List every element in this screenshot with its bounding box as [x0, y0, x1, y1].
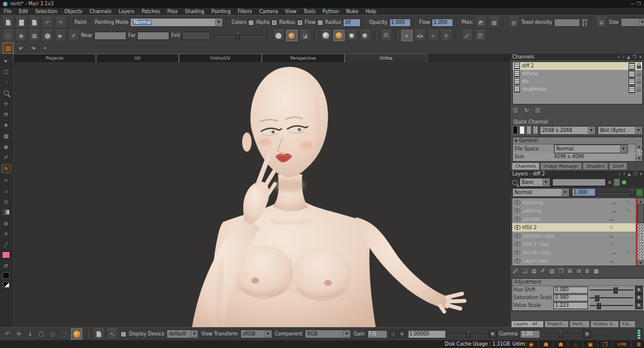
paint-brush-icon[interactable]: ✎ — [1, 164, 11, 173]
gain-slider[interactable] — [448, 331, 487, 337]
splitter-handle[interactable]: ······· — [510, 116, 644, 118]
vector-tool-icon[interactable]: ✐ — [2, 153, 11, 161]
lock-icon[interactable] — [637, 73, 641, 76]
mirror-x-icon[interactable]: ◂|▸ — [414, 30, 426, 41]
undo-icon[interactable]: ↶ — [42, 17, 53, 28]
menu-layers[interactable]: Layers — [119, 9, 134, 14]
layer-row[interactable]: yanxian ☁ — [512, 215, 644, 223]
layer-row[interactable]: Layer copy ☁ — [512, 257, 644, 265]
colors-checkbox[interactable] — [248, 20, 254, 26]
panel-resize-handle[interactable] — [637, 328, 641, 340]
gain-value-field[interactable]: 1.00000 — [408, 330, 446, 338]
eraser-tool-icon[interactable]: ▱ — [2, 187, 11, 195]
detach-icon[interactable]: ▲ — [627, 55, 630, 60]
paint-clone-icon[interactable]: ⚭ — [41, 44, 49, 52]
layer-row[interactable]: saihong ☁ ✎ — [512, 207, 644, 215]
gamma-value-field[interactable]: 1.00 — [520, 330, 540, 338]
shader-full-sphere-icon[interactable] — [360, 30, 371, 41]
menu-edit[interactable]: Edit — [18, 9, 28, 14]
visibility-icon[interactable] — [514, 258, 521, 263]
select-tool-icon[interactable] — [2, 57, 11, 64]
menu-selection[interactable]: Selection — [35, 9, 57, 14]
shader-current-sphere-icon[interactable] — [333, 30, 345, 41]
tab-project[interactable]: Project... — [544, 321, 569, 328]
viewport-canvas[interactable] — [13, 62, 510, 327]
pin-icon[interactable]: ⌖ — [618, 172, 621, 177]
merge-layers-icon[interactable]: ▥ — [549, 268, 555, 274]
add-adjustment-layer-icon[interactable]: 🖉 — [513, 268, 518, 274]
brush-icon[interactable]: ✎ — [626, 208, 630, 214]
patch-grid-icon[interactable]: ▦ — [2, 132, 11, 140]
far-field[interactable] — [137, 32, 169, 40]
transform-tool-icon[interactable]: ✛ — [2, 100, 11, 107]
menu-objects[interactable]: Objects — [64, 9, 82, 14]
lighting-flat-icon[interactable] — [273, 30, 284, 41]
status-mask-edit-icon[interactable]: ☗ — [543, 341, 548, 347]
layer-row-selected[interactable]: HSV 2 ✎ — [512, 223, 644, 232]
lighting-sphere-button[interactable] — [71, 328, 82, 340]
resolution-select[interactable]: 2048 x 2048▼ — [540, 126, 596, 135]
swap-colors-icon[interactable]: ⇄ — [2, 261, 11, 269]
layer-search-input[interactable] — [552, 178, 606, 186]
cache-layers-icon[interactable]: ▦ — [593, 268, 599, 274]
tab-projects[interactable]: Projects — [13, 54, 96, 63]
visibility-icon[interactable] — [514, 225, 521, 230]
brush-icon[interactable]: ✎ — [609, 225, 614, 230]
layers-sync-indicator[interactable] — [622, 180, 626, 184]
add-channel-icon[interactable]: ☰ — [513, 107, 518, 113]
menu-shading[interactable]: Shading — [185, 9, 205, 14]
view-transform-select[interactable]: sRGB▼ — [240, 329, 273, 338]
patch-size-icon[interactable]: ⊞ — [596, 17, 607, 28]
channel-row[interactable]: diffuse — [513, 70, 642, 78]
visibility-icon[interactable] — [514, 242, 521, 247]
paint-blend-icon[interactable]: ☚ — [29, 44, 38, 52]
fov-slider[interactable] — [212, 32, 264, 39]
move-view-icon[interactable]: ✛ — [14, 330, 23, 338]
add-paint-layer-icon[interactable]: ✐ — [541, 268, 546, 274]
shader-flat-sphere-icon[interactable] — [320, 30, 332, 41]
reset-button[interactable]: R — [635, 294, 643, 301]
background-color-swatch[interactable] — [2, 272, 10, 279]
duplicate-layer-icon[interactable]: ❐ — [559, 268, 564, 274]
swatch-black[interactable] — [513, 126, 518, 134]
group-layers-icon[interactable]: ⊞ — [568, 268, 572, 274]
value-scale-value[interactable]: 1.223 — [553, 302, 588, 309]
layer-row[interactable]: kouhong ☁ ✎ — [512, 198, 644, 207]
status-mask-preview-icon[interactable]: ☗ — [558, 341, 563, 347]
float-icon[interactable]: ❐ — [633, 172, 637, 177]
blend-amount-slider[interactable] — [598, 189, 634, 196]
slice-tools-icon[interactable]: ⚒ — [2, 110, 11, 118]
channels-panel-header[interactable]: Channels ⌖ ? ▲ ❐ ✕ — [510, 54, 644, 60]
status-layers-icon[interactable]: ❐ — [603, 341, 608, 347]
save-project-icon[interactable] — [29, 17, 40, 28]
size-select[interactable]: ▼ — [621, 18, 644, 27]
image-view-icon[interactable]: ◉ — [16, 30, 27, 41]
marquee-select-icon[interactable]: ◫ — [2, 67, 11, 75]
scale-view-icon[interactable]: ◇ — [48, 330, 57, 338]
blur-tool-icon[interactable]: ✳ — [2, 230, 11, 238]
status-symmetry-icon[interactable]: ◎ — [573, 341, 578, 347]
tab-shaders[interactable]: Shaders — [583, 162, 608, 170]
redo-icon[interactable]: ↷ — [55, 17, 66, 28]
tab-uv[interactable]: UV — [96, 54, 179, 63]
mask-icon[interactable]: ☁ — [609, 217, 614, 222]
rotate-view-icon[interactable]: ○ — [37, 330, 46, 338]
hue-shift-slider[interactable] — [590, 287, 633, 293]
add-layer-icon[interactable]: ▤ — [531, 268, 537, 274]
visibility-icon[interactable] — [514, 233, 521, 238]
ptex-subdivide-icon[interactable]: ◩ — [475, 17, 487, 28]
paint-through-icon[interactable]: ☛ — [17, 44, 26, 52]
projection-brush-icon[interactable]: ✐ — [68, 30, 79, 41]
brush-icon[interactable]: ✎ — [626, 250, 630, 255]
texel-density-field[interactable] — [554, 19, 580, 27]
sync-channel-icon[interactable]: ↻ — [524, 107, 529, 113]
foreground-color-swatch[interactable] — [2, 251, 10, 258]
lighting-basic-icon[interactable] — [286, 30, 298, 41]
paint-target-icon[interactable]: ▤ — [2, 42, 14, 54]
properties-scrollbar[interactable]: ▲ ▼ — [636, 144, 642, 161]
smear-tool-icon[interactable]: ≈ — [2, 176, 11, 184]
fov-field[interactable] — [182, 32, 210, 40]
lighting-full-icon[interactable]: ◪ — [299, 30, 311, 41]
tab-shelf[interactable]: Shelf — [609, 162, 627, 170]
drop-view-icon[interactable]: ↓ — [26, 330, 35, 338]
